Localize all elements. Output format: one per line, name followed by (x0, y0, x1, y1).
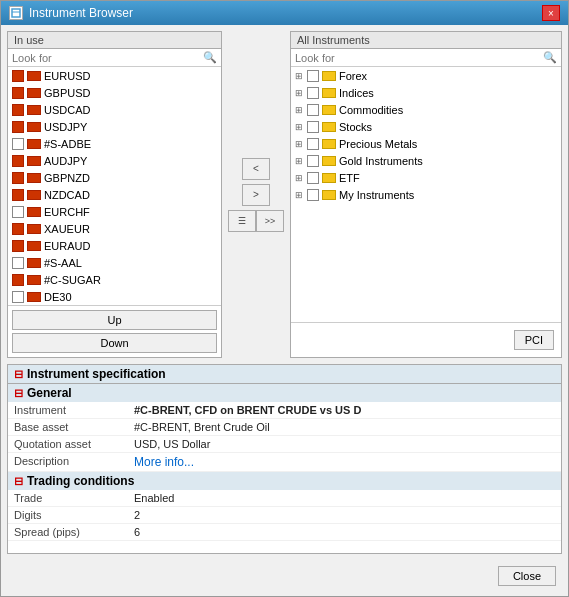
folder-icon (322, 190, 336, 200)
tree-item[interactable]: ⊞Commodities (291, 101, 561, 118)
tree-checkbox[interactable] (307, 87, 319, 99)
list-item[interactable]: EURAUD (8, 237, 221, 254)
list-item[interactable]: #S-AAL (8, 254, 221, 271)
list-item[interactable]: USDCAD (8, 101, 221, 118)
window-icon (9, 6, 23, 20)
all-instruments-panel: All Instruments 🔍 ⊞Forex⊞Indices⊞Commodi… (290, 31, 562, 358)
item-flag-icon (27, 207, 41, 217)
tree-checkbox[interactable] (307, 70, 319, 82)
item-checkbox[interactable] (12, 257, 24, 269)
more-info-link[interactable]: More info... (134, 455, 194, 469)
list-item[interactable]: AUDJPY (8, 152, 221, 169)
expand-icon[interactable]: ⊞ (295, 71, 305, 81)
tree-checkbox[interactable] (307, 121, 319, 133)
general-collapse-icon[interactable]: ⊟ (14, 387, 23, 400)
in-use-search-input[interactable] (12, 52, 203, 64)
down-button[interactable]: Down (12, 333, 217, 353)
tree-checkbox[interactable] (307, 189, 319, 201)
list-item[interactable]: GBPNZD (8, 169, 221, 186)
tree-item-label: ETF (339, 172, 360, 184)
expand-icon[interactable]: ⊞ (295, 105, 305, 115)
in-use-header: In use (8, 32, 221, 49)
list-item[interactable]: #S-ADBE (8, 135, 221, 152)
move-right-button[interactable]: > (242, 184, 270, 206)
all-instruments-search-box: 🔍 (291, 49, 561, 67)
folder-icon (322, 71, 336, 81)
expand-icon[interactable]: ⊞ (295, 88, 305, 98)
up-button[interactable]: Up (12, 310, 217, 330)
instrument-specification: ⊟ Instrument specification ⊟ General Ins… (7, 364, 562, 554)
expand-icon[interactable]: ⊞ (295, 139, 305, 149)
item-checkbox[interactable] (12, 206, 24, 218)
list-item[interactable]: XAUEUR (8, 220, 221, 237)
expand-icon[interactable]: ⊞ (295, 173, 305, 183)
item-text: USDJPY (44, 121, 87, 133)
tree-item[interactable]: ⊞Forex (291, 67, 561, 84)
item-checkbox[interactable] (12, 223, 24, 235)
tree-item-label: Gold Instruments (339, 155, 423, 167)
digits-value: 2 (134, 509, 555, 521)
tree-item[interactable]: ⊞Precious Metals (291, 135, 561, 152)
double-right-button[interactable]: >> (256, 210, 284, 232)
item-checkbox[interactable] (12, 121, 24, 133)
all-instruments-list[interactable]: ⊞Forex⊞Indices⊞Commodities⊞Stocks⊞Precio… (291, 67, 561, 322)
item-checkbox[interactable] (12, 274, 24, 286)
item-text: NZDCAD (44, 189, 90, 201)
list-view-button[interactable]: ☰ (228, 210, 256, 232)
item-checkbox[interactable] (12, 189, 24, 201)
description-value: More info... (134, 455, 555, 469)
all-instruments-search-input[interactable] (295, 52, 543, 64)
search-icon: 🔍 (203, 51, 217, 64)
item-flag-icon (27, 122, 41, 132)
pci-area: PCI (291, 322, 561, 357)
folder-icon (322, 122, 336, 132)
tree-item[interactable]: ⊞ETF (291, 169, 561, 186)
list-item[interactable]: NZDCAD (8, 186, 221, 203)
list-item[interactable]: EURCHF (8, 203, 221, 220)
item-flag-icon (27, 275, 41, 285)
in-use-list[interactable]: EURUSDGBPUSDUSDCADUSDJPY#S-ADBEAUDJPYGBP… (8, 67, 221, 305)
item-checkbox[interactable] (12, 104, 24, 116)
spec-collapse-icon[interactable]: ⊟ (14, 368, 23, 381)
list-item[interactable]: #C-SUGAR (8, 271, 221, 288)
item-checkbox[interactable] (12, 291, 24, 303)
tree-item[interactable]: ⊞My Instruments (291, 186, 561, 203)
item-checkbox[interactable] (12, 138, 24, 150)
tree-checkbox[interactable] (307, 138, 319, 150)
list-item[interactable]: USDJPY (8, 118, 221, 135)
instrument-row: Instrument #C-BRENT, CFD on BRENT CRUDE … (8, 402, 561, 419)
item-flag-icon (27, 139, 41, 149)
spec-header-label: Instrument specification (27, 367, 166, 381)
list-item[interactable]: GBPUSD (8, 84, 221, 101)
instrument-value: #C-BRENT, CFD on BRENT CRUDE vs US D (134, 404, 555, 416)
close-button[interactable]: × (542, 5, 560, 21)
item-text: #S-ADBE (44, 138, 91, 150)
svg-rect-0 (12, 9, 20, 17)
expand-icon[interactable]: ⊞ (295, 156, 305, 166)
item-checkbox[interactable] (12, 70, 24, 82)
tree-checkbox[interactable] (307, 155, 319, 167)
list-item[interactable]: DE30 (8, 288, 221, 305)
main-close-button[interactable]: Close (498, 566, 556, 586)
spread-row: Spread (pips) 6 (8, 524, 561, 541)
title-bar: Instrument Browser × (1, 1, 568, 25)
tree-checkbox[interactable] (307, 172, 319, 184)
trade-label: Trade (14, 492, 134, 504)
item-checkbox[interactable] (12, 172, 24, 184)
move-left-button[interactable]: < (242, 158, 270, 180)
window-title: Instrument Browser (29, 6, 133, 20)
tree-item[interactable]: ⊞Stocks (291, 118, 561, 135)
trading-collapse-icon[interactable]: ⊟ (14, 475, 23, 488)
tree-checkbox[interactable] (307, 104, 319, 116)
tree-item[interactable]: ⊞Indices (291, 84, 561, 101)
expand-icon[interactable]: ⊞ (295, 122, 305, 132)
expand-icon[interactable]: ⊞ (295, 190, 305, 200)
tree-item-label: Precious Metals (339, 138, 417, 150)
tree-item[interactable]: ⊞Gold Instruments (291, 152, 561, 169)
in-use-panel: In use 🔍 EURUSDGBPUSDUSDCADUSDJPY#S-ADBE… (7, 31, 222, 358)
list-item[interactable]: EURUSD (8, 67, 221, 84)
pci-button[interactable]: PCI (514, 330, 554, 350)
item-checkbox[interactable] (12, 87, 24, 99)
item-checkbox[interactable] (12, 155, 24, 167)
item-checkbox[interactable] (12, 240, 24, 252)
